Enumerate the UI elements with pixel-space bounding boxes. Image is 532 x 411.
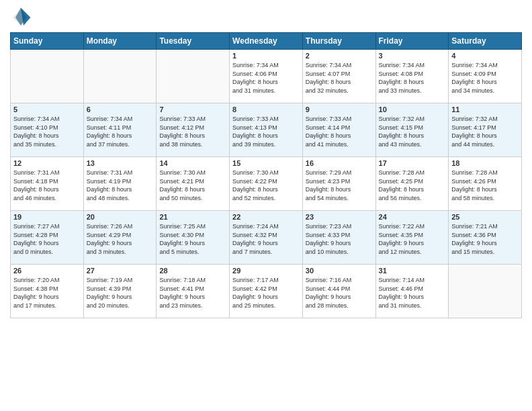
- day-info: Sunrise: 7:22 AM Sunset: 4:35 PM Dayligh…: [379, 222, 446, 256]
- day-number: 22: [232, 213, 300, 221]
- calendar-day-cell: 27Sunrise: 7:19 AM Sunset: 4:39 PM Dayli…: [83, 265, 157, 318]
- calendar-day-header: Saturday: [449, 33, 522, 50]
- day-info: Sunrise: 7:34 AM Sunset: 4:07 PM Dayligh…: [306, 61, 373, 95]
- calendar-day-cell: 16Sunrise: 7:29 AM Sunset: 4:23 PM Dayli…: [302, 157, 375, 211]
- day-number: 15: [232, 159, 300, 167]
- day-number: 20: [87, 213, 154, 221]
- day-info: Sunrise: 7:34 AM Sunset: 4:06 PM Dayligh…: [232, 61, 300, 95]
- calendar-week-row: 5Sunrise: 7:34 AM Sunset: 4:10 PM Daylig…: [11, 103, 522, 157]
- calendar-day-cell: 3Sunrise: 7:34 AM Sunset: 4:08 PM Daylig…: [375, 50, 449, 103]
- day-number: 19: [13, 213, 81, 221]
- day-info: Sunrise: 7:32 AM Sunset: 4:17 PM Dayligh…: [451, 115, 519, 148]
- day-number: 8: [232, 105, 300, 113]
- page: SundayMondayTuesdayWednesdayThursdayFrid…: [0, 0, 532, 411]
- day-number: 5: [13, 105, 81, 113]
- calendar-day-header: Monday: [83, 33, 157, 50]
- calendar-day-header: Thursday: [302, 33, 375, 50]
- day-info: Sunrise: 7:34 AM Sunset: 4:11 PM Dayligh…: [87, 115, 154, 148]
- day-info: Sunrise: 7:34 AM Sunset: 4:08 PM Dayligh…: [379, 61, 446, 95]
- day-info: Sunrise: 7:28 AM Sunset: 4:26 PM Dayligh…: [451, 169, 519, 202]
- calendar-day-header: Tuesday: [157, 33, 230, 50]
- calendar-day-cell: 1Sunrise: 7:34 AM Sunset: 4:06 PM Daylig…: [230, 50, 303, 103]
- calendar-day-cell: 30Sunrise: 7:16 AM Sunset: 4:44 PM Dayli…: [302, 265, 375, 318]
- day-info: Sunrise: 7:25 AM Sunset: 4:30 PM Dayligh…: [159, 222, 226, 256]
- calendar-day-cell: [11, 50, 84, 103]
- calendar-day-cell: 26Sunrise: 7:20 AM Sunset: 4:38 PM Dayli…: [11, 265, 84, 318]
- day-number: 1: [232, 52, 300, 60]
- calendar-week-row: 12Sunrise: 7:31 AM Sunset: 4:18 PM Dayli…: [11, 157, 522, 211]
- calendar-day-cell: 4Sunrise: 7:34 AM Sunset: 4:09 PM Daylig…: [449, 50, 522, 103]
- calendar-day-cell: 12Sunrise: 7:31 AM Sunset: 4:18 PM Dayli…: [11, 157, 84, 211]
- day-number: 29: [232, 267, 300, 275]
- day-info: Sunrise: 7:20 AM Sunset: 4:38 PM Dayligh…: [13, 276, 81, 310]
- calendar-day-cell: 23Sunrise: 7:23 AM Sunset: 4:33 PM Dayli…: [302, 211, 375, 265]
- calendar-day-cell: 19Sunrise: 7:27 AM Sunset: 4:28 PM Dayli…: [11, 211, 84, 265]
- day-info: Sunrise: 7:34 AM Sunset: 4:10 PM Dayligh…: [13, 115, 81, 148]
- calendar-day-cell: 11Sunrise: 7:32 AM Sunset: 4:17 PM Dayli…: [449, 103, 522, 157]
- header: [10, 7, 522, 28]
- day-number: 13: [87, 159, 154, 167]
- logo-icon: [10, 7, 32, 28]
- calendar-day-cell: 22Sunrise: 7:24 AM Sunset: 4:32 PM Dayli…: [230, 211, 303, 265]
- day-info: Sunrise: 7:14 AM Sunset: 4:46 PM Dayligh…: [379, 276, 446, 310]
- calendar-day-cell: 25Sunrise: 7:21 AM Sunset: 4:36 PM Dayli…: [449, 211, 522, 265]
- calendar-day-cell: 8Sunrise: 7:33 AM Sunset: 4:13 PM Daylig…: [230, 103, 303, 157]
- day-number: 30: [306, 267, 373, 275]
- day-number: 18: [451, 159, 519, 167]
- calendar-day-cell: 7Sunrise: 7:33 AM Sunset: 4:12 PM Daylig…: [157, 103, 230, 157]
- day-number: 6: [87, 105, 154, 113]
- day-info: Sunrise: 7:31 AM Sunset: 4:19 PM Dayligh…: [87, 169, 154, 202]
- day-info: Sunrise: 7:33 AM Sunset: 4:14 PM Dayligh…: [306, 115, 373, 148]
- logo: [10, 7, 34, 28]
- day-number: 28: [159, 267, 226, 275]
- day-info: Sunrise: 7:17 AM Sunset: 4:42 PM Dayligh…: [232, 276, 300, 310]
- day-number: 11: [451, 105, 519, 113]
- day-number: 14: [159, 159, 226, 167]
- day-info: Sunrise: 7:27 AM Sunset: 4:28 PM Dayligh…: [13, 222, 81, 256]
- calendar-day-cell: 2Sunrise: 7:34 AM Sunset: 4:07 PM Daylig…: [302, 50, 375, 103]
- calendar-day-cell: 9Sunrise: 7:33 AM Sunset: 4:14 PM Daylig…: [302, 103, 375, 157]
- day-info: Sunrise: 7:33 AM Sunset: 4:13 PM Dayligh…: [232, 115, 300, 148]
- calendar-day-cell: 20Sunrise: 7:26 AM Sunset: 4:29 PM Dayli…: [83, 211, 157, 265]
- calendar-table: SundayMondayTuesdayWednesdayThursdayFrid…: [10, 32, 522, 318]
- day-number: 2: [306, 52, 373, 60]
- day-info: Sunrise: 7:23 AM Sunset: 4:33 PM Dayligh…: [306, 222, 373, 256]
- calendar-week-row: 19Sunrise: 7:27 AM Sunset: 4:28 PM Dayli…: [11, 211, 522, 265]
- calendar-day-cell: 14Sunrise: 7:30 AM Sunset: 4:21 PM Dayli…: [157, 157, 230, 211]
- day-number: 3: [379, 52, 446, 60]
- day-number: 23: [306, 213, 373, 221]
- calendar-day-header: Wednesday: [230, 33, 303, 50]
- calendar-header-row: SundayMondayTuesdayWednesdayThursdayFrid…: [11, 33, 522, 50]
- day-info: Sunrise: 7:16 AM Sunset: 4:44 PM Dayligh…: [306, 276, 373, 310]
- day-info: Sunrise: 7:21 AM Sunset: 4:36 PM Dayligh…: [451, 222, 519, 256]
- day-number: 26: [13, 267, 81, 275]
- day-info: Sunrise: 7:30 AM Sunset: 4:21 PM Dayligh…: [159, 169, 226, 202]
- day-info: Sunrise: 7:19 AM Sunset: 4:39 PM Dayligh…: [87, 276, 154, 310]
- calendar-day-header: Sunday: [11, 33, 84, 50]
- day-info: Sunrise: 7:18 AM Sunset: 4:41 PM Dayligh…: [159, 276, 226, 310]
- calendar-day-cell: 17Sunrise: 7:28 AM Sunset: 4:25 PM Dayli…: [375, 157, 449, 211]
- calendar-day-cell: [83, 50, 157, 103]
- calendar-day-cell: 21Sunrise: 7:25 AM Sunset: 4:30 PM Dayli…: [157, 211, 230, 265]
- day-number: 9: [306, 105, 373, 113]
- calendar-day-cell: 24Sunrise: 7:22 AM Sunset: 4:35 PM Dayli…: [375, 211, 449, 265]
- day-number: 10: [379, 105, 446, 113]
- day-info: Sunrise: 7:34 AM Sunset: 4:09 PM Dayligh…: [451, 61, 519, 95]
- day-number: 25: [451, 213, 519, 221]
- calendar-day-cell: 13Sunrise: 7:31 AM Sunset: 4:19 PM Dayli…: [83, 157, 157, 211]
- day-number: 31: [379, 267, 446, 275]
- day-number: 27: [87, 267, 154, 275]
- calendar-day-cell: 5Sunrise: 7:34 AM Sunset: 4:10 PM Daylig…: [11, 103, 84, 157]
- day-info: Sunrise: 7:33 AM Sunset: 4:12 PM Dayligh…: [159, 115, 226, 148]
- day-number: 12: [13, 159, 81, 167]
- calendar-day-cell: 28Sunrise: 7:18 AM Sunset: 4:41 PM Dayli…: [157, 265, 230, 318]
- calendar-day-cell: 31Sunrise: 7:14 AM Sunset: 4:46 PM Dayli…: [375, 265, 449, 318]
- day-number: 16: [306, 159, 373, 167]
- day-number: 24: [379, 213, 446, 221]
- calendar-day-cell: 10Sunrise: 7:32 AM Sunset: 4:15 PM Dayli…: [375, 103, 449, 157]
- day-number: 17: [379, 159, 446, 167]
- calendar-day-cell: 29Sunrise: 7:17 AM Sunset: 4:42 PM Dayli…: [230, 265, 303, 318]
- calendar-day-cell: 6Sunrise: 7:34 AM Sunset: 4:11 PM Daylig…: [83, 103, 157, 157]
- day-info: Sunrise: 7:26 AM Sunset: 4:29 PM Dayligh…: [87, 222, 154, 256]
- day-info: Sunrise: 7:31 AM Sunset: 4:18 PM Dayligh…: [13, 169, 81, 202]
